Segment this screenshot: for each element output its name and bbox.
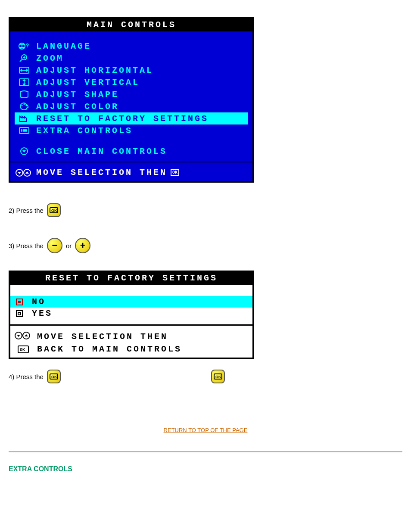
ok-button-icon: OK [47,203,61,217]
option-yes[interactable]: YES [10,308,252,319]
osd-title: MAIN CONTROLS [10,19,252,31]
svg-rect-15 [18,301,21,303]
menu-label: ADJUST HORIZONTAL [36,65,153,75]
ok-icon: OK [171,169,179,176]
instruction-row: 4) Press the OK button to confirm your s… [9,370,396,383]
ok-button-icon: OK [211,370,225,383]
divider [9,451,402,452]
reset-factory-osd: RESET TO FACTORY SETTINGS NO YES MOVE SE… [9,271,254,359]
factory-icon [16,113,32,124]
footer-line-1: MOVE SELECTION THEN [37,332,168,342]
osd-menu: ? LANGUAGE ZOOM ADJUST HORIZONTAL ADJUST… [10,31,252,162]
instruction-step-4: 4) Press the OK button to confirm your s… [9,370,194,383]
radio-unselected-icon [15,309,25,318]
menu-label: ADJUST COLOR [36,102,119,112]
globe-question-icon: ? [16,41,32,51]
arrows-horizontal-icon [16,65,32,75]
menu-item-adjust-vertical[interactable]: ADJUST VERTICAL [15,76,248,88]
osd-footer-text: MOVE SELECTION THEN [36,168,167,177]
menu-item-close[interactable]: CLOSE MAIN CONTROLS [15,145,248,157]
palette-icon [16,101,32,112]
ok-button-icon: OK [47,370,61,383]
instruction-step-2: 2) Press the OK button. The RESET TO FAC… [9,203,411,217]
svg-text:OK: OK [51,375,57,379]
svg-point-6 [24,104,25,105]
menu-label: CLOSE MAIN CONTROLS [36,146,167,156]
menu-label: LANGUAGE [36,41,91,51]
menu-item-adjust-horizontal[interactable]: ADJUST HORIZONTAL [15,64,248,76]
radio-selected-icon [15,298,25,306]
menu-label: ZOOM [36,53,64,63]
option-label: NO [32,297,46,307]
svg-text:OK: OK [215,375,221,379]
updown-icon [14,331,33,342]
svg-point-7 [26,105,27,106]
minus-button-icon: − [47,238,62,253]
menu-label: EXTRA CONTROLS [36,126,133,136]
footer-line-2: BACK TO MAIN CONTROLS [37,344,182,354]
menu-item-reset-factory[interactable]: RESET TO FACTORY SETTINGS [15,112,248,124]
svg-rect-16 [16,311,22,317]
menu-item-zoom[interactable]: ZOOM [15,52,248,64]
plus-button-icon: + [75,238,90,253]
svg-text:OK: OK [51,208,57,213]
instruction-alt-no: If NO is selected, press the OK button t… [211,370,396,383]
main-controls-osd: MAIN CONTROLS ? LANGUAGE ZOOM ADJUST HOR… [9,17,254,183]
ok-icon: OK [14,345,33,353]
return-top-link[interactable]: RETURN TO TOP OF THE PAGE [164,427,248,433]
svg-point-5 [22,105,23,106]
shape-icon [16,89,32,100]
osd2-footer: MOVE SELECTION THEN OK BACK TO MAIN CONT… [10,324,252,358]
menu-label: RESET TO FACTORY SETTINGS [36,114,209,124]
svg-text:OK: OK [20,348,25,352]
menu-label: ADJUST SHAPE [36,90,119,100]
menu-item-adjust-shape[interactable]: ADJUST SHAPE [15,88,248,100]
menu-label: ADJUST VERTICAL [36,78,140,87]
down-circle-icon [16,146,32,156]
menu-item-extra-controls[interactable]: EXTRA CONTROLS [15,124,248,137]
list-icon [16,125,32,136]
updown-icon [15,168,32,177]
instruction-step-3: 3) Press the − or + button to select YES… [9,238,411,253]
osd-footer: MOVE SELECTION THEN OK [10,162,252,181]
svg-text:?: ? [26,43,29,49]
arrows-vertical-icon [16,77,32,87]
option-no[interactable]: NO [10,296,252,308]
svg-rect-17 [18,312,21,315]
magnifier-plus-icon [16,53,32,63]
osd-title: RESET TO FACTORY SETTINGS [10,272,252,285]
section-heading-extra-controls: EXTRA CONTROLS [9,465,411,473]
menu-item-adjust-color[interactable]: ADJUST COLOR [15,100,248,112]
menu-item-language[interactable]: ? LANGUAGE [15,40,248,52]
option-label: YES [32,308,53,318]
